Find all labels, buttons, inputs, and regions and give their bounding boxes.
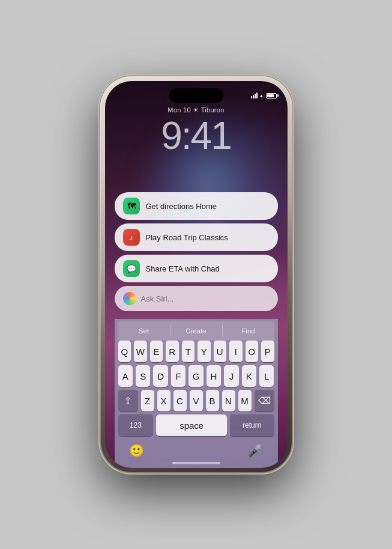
- keyboard-row-1: Q W E R T Y U I O P: [118, 341, 274, 362]
- key-s[interactable]: S: [136, 365, 150, 387]
- microphone-key[interactable]: 🎤: [247, 441, 265, 460]
- signal-icon: [251, 93, 258, 99]
- key-g[interactable]: G: [188, 365, 203, 387]
- keyboard-suggestions: Set Create Find: [118, 321, 274, 341]
- music-suggestion-label: Play Road Trip Classics: [146, 233, 228, 242]
- clock-display: 9:41: [105, 117, 288, 155]
- numbers-key[interactable]: 123: [118, 414, 154, 436]
- keyboard-row-2: A S D F G H J K L: [118, 365, 274, 387]
- suggestion-set[interactable]: Set: [118, 326, 170, 336]
- maps-app-icon: 🗺: [123, 198, 140, 214]
- suggestion-pill-messages[interactable]: 💬 Share ETA with Chad: [115, 255, 278, 282]
- battery-icon: [266, 93, 277, 99]
- key-y[interactable]: Y: [198, 341, 211, 362]
- date-weather-display: Mon 10 ☀ Tiburon: [105, 106, 288, 114]
- key-h[interactable]: H: [207, 365, 221, 387]
- key-z[interactable]: Z: [141, 390, 154, 411]
- suggestion-pill-directions[interactable]: 🗺 Get directions Home: [115, 192, 278, 220]
- status-icons: ▲: [251, 93, 277, 99]
- siri-orb-icon: [123, 292, 136, 305]
- key-i[interactable]: I: [229, 341, 243, 362]
- directions-suggestion-label: Get directions Home: [146, 202, 217, 211]
- siri-placeholder: Ask Siri...: [141, 294, 174, 303]
- key-k[interactable]: K: [242, 365, 256, 387]
- lock-info: Mon 10 ☀ Tiburon 9:41: [105, 106, 288, 155]
- shift-key[interactable]: ⇧: [118, 390, 138, 411]
- key-v[interactable]: V: [190, 390, 203, 411]
- key-j[interactable]: J: [224, 365, 238, 387]
- keyboard-row-4: 123 space return: [118, 414, 274, 436]
- space-key[interactable]: space: [156, 414, 227, 436]
- key-w[interactable]: W: [134, 341, 147, 362]
- key-b[interactable]: B: [206, 390, 219, 411]
- siri-area: 🗺 Get directions Home ♪ Play Road Trip C…: [115, 192, 278, 468]
- messages-app-icon: 💬: [123, 260, 140, 277]
- key-u[interactable]: U: [214, 341, 227, 362]
- key-m[interactable]: M: [238, 390, 252, 411]
- key-q[interactable]: Q: [118, 341, 131, 362]
- key-l[interactable]: L: [259, 365, 274, 387]
- backspace-key[interactable]: ⌫: [255, 390, 274, 411]
- emoji-key[interactable]: 🙂: [128, 441, 146, 460]
- dynamic-island: [169, 88, 223, 103]
- keyboard-bottom-bar: 🙂 🎤: [118, 439, 274, 464]
- phone-screen: ▲ Mon 10 ☀ Tiburon 9:41 🗺 Get directions…: [105, 81, 288, 468]
- key-x[interactable]: X: [157, 390, 170, 411]
- key-c[interactable]: C: [173, 390, 187, 411]
- key-o[interactable]: O: [246, 341, 259, 362]
- eta-suggestion-label: Share ETA with Chad: [146, 264, 220, 273]
- key-r[interactable]: R: [166, 341, 179, 362]
- key-f[interactable]: F: [171, 365, 185, 387]
- key-t[interactable]: T: [182, 341, 195, 362]
- suggestion-pill-music[interactable]: ♪ Play Road Trip Classics: [115, 223, 278, 251]
- wifi-icon: ▲: [259, 93, 264, 99]
- key-e[interactable]: E: [150, 341, 163, 362]
- return-key[interactable]: return: [230, 414, 274, 436]
- home-indicator: [172, 462, 220, 464]
- suggestion-find[interactable]: Find: [223, 326, 274, 336]
- key-d[interactable]: D: [153, 365, 167, 387]
- key-p[interactable]: P: [261, 341, 274, 362]
- keyboard-row-3: ⇧ Z X C V B N M ⌫: [118, 390, 274, 411]
- phone-frame: ▲ Mon 10 ☀ Tiburon 9:41 🗺 Get directions…: [100, 76, 292, 473]
- keyboard-area: Set Create Find Q W E R T Y U I O: [115, 319, 278, 468]
- key-n[interactable]: N: [222, 390, 235, 411]
- music-app-icon: ♪: [123, 229, 140, 246]
- siri-input-row[interactable]: Ask Siri...: [115, 286, 278, 311]
- key-a[interactable]: A: [118, 365, 133, 387]
- suggestion-create[interactable]: Create: [170, 326, 222, 336]
